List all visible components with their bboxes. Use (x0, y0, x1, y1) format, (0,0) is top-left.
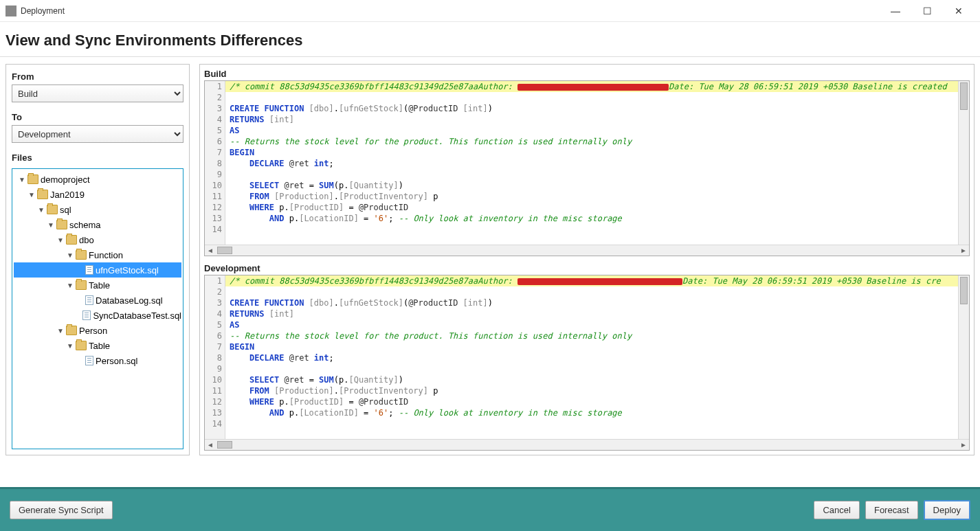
dev-gutter: 1234567891011121314 (205, 275, 225, 439)
minimize-button[interactable]: — (880, 1, 911, 21)
tree-node-sql[interactable]: ▼sql (14, 202, 181, 217)
tree-node-person-sql[interactable]: Person.sql (14, 353, 181, 368)
development-pane: Development 1234567891011121314 /* commi… (204, 263, 970, 451)
build-pane-title: Build (204, 69, 970, 79)
page-title: View and Sync Environments Differences (5, 32, 975, 49)
tree-node-jan2019[interactable]: ▼Jan2019 (14, 187, 181, 202)
scroll-left-icon[interactable]: ◄ (205, 440, 216, 451)
files-tree[interactable]: ▼demoproject ▼Jan2019 ▼sql ▼sche (12, 168, 183, 449)
to-label: To (12, 112, 183, 122)
page-header: View and Sync Environments Differences (0, 22, 980, 57)
tree-node-dbo[interactable]: ▼dbo (14, 232, 181, 247)
from-select[interactable]: Build (12, 84, 183, 102)
maximize-button[interactable]: ☐ (911, 1, 943, 21)
scroll-right-icon[interactable]: ► (958, 245, 969, 256)
build-vertical-scrollbar[interactable] (958, 81, 969, 245)
from-label: From (12, 71, 183, 82)
scroll-right-icon[interactable]: ► (958, 440, 969, 451)
build-gutter: 1234567891011121314 (205, 81, 225, 245)
files-label: Files (12, 152, 183, 163)
tree-node-ufngetstock[interactable]: ufnGetStock.sql (14, 262, 181, 278)
tree-node-person[interactable]: ▼Person (14, 323, 181, 338)
build-pane: Build 1234567891011121314 /* commit 88c5… (204, 69, 970, 256)
dev-code[interactable]: /* commit 88c53d9435ce3369bfbff14483c913… (225, 275, 958, 439)
tree-node-schema[interactable]: ▼schema (14, 217, 181, 232)
tree-node-syncdatabasetest[interactable]: SyncDatabaseTest.sql (14, 308, 181, 323)
dev-horizontal-scrollbar[interactable]: ◄ ► (205, 439, 969, 450)
app-icon (5, 5, 16, 16)
tree-node-table-dbo[interactable]: ▼Table (14, 278, 181, 293)
tree-node-demoproject[interactable]: ▼demoproject (14, 172, 181, 187)
titlebar: Deployment — ☐ ✕ (0, 0, 980, 22)
diff-panel: Build 1234567891011121314 /* commit 88c5… (199, 64, 975, 455)
development-pane-title: Development (204, 263, 970, 273)
to-select[interactable]: Development (12, 125, 183, 143)
dev-vertical-scrollbar[interactable] (958, 275, 969, 439)
window-title: Deployment (21, 6, 880, 16)
close-button[interactable]: ✕ (943, 1, 975, 21)
scroll-left-icon[interactable]: ◄ (205, 245, 216, 256)
tree-node-table-person[interactable]: ▼Table (14, 338, 181, 353)
build-code[interactable]: /* commit 88c53d9435ce3369bfbff14483c913… (225, 81, 958, 245)
left-panel: From Build To Development Files ▼demopro… (5, 64, 190, 455)
tree-node-databaselog[interactable]: DatabaseLog.sql (14, 293, 181, 308)
tree-node-function[interactable]: ▼Function (14, 247, 181, 262)
build-horizontal-scrollbar[interactable]: ◄ ► (205, 245, 969, 256)
